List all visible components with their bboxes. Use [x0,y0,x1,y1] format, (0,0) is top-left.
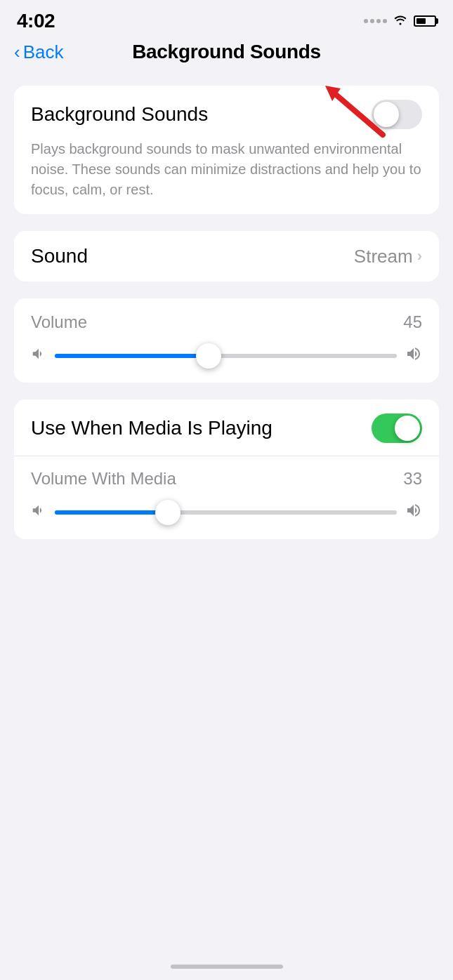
back-label: Back [23,41,64,63]
volume-slider-row [31,343,422,369]
home-indicator [171,965,283,969]
volume-label: Volume [31,312,87,332]
media-volume-value: 33 [403,469,422,489]
media-volume-low-icon [31,503,46,522]
volume-high-icon [405,345,422,366]
toggle-thumb [374,102,399,127]
status-time: 4:02 [17,10,55,32]
chevron-right-icon: › [417,247,422,265]
nav-title: Background Sounds [132,41,321,63]
battery-level [416,18,426,24]
nav-bar: ‹ Back Background Sounds [0,38,453,74]
media-toggle-label: Use When Media Is Playing [31,417,273,439]
volume-slider-track [55,354,397,358]
signal-dot-4 [383,19,387,23]
media-divider [14,456,439,456]
sound-label: Sound [31,245,88,267]
media-slider-fill [55,510,168,515]
media-slider-thumb [155,500,180,525]
battery-icon [414,15,436,27]
volume-card: Volume 45 [14,298,439,383]
background-sounds-row: Background Sounds [31,100,422,129]
media-playing-toggle[interactable] [372,413,422,443]
signal-dot-1 [364,19,368,23]
sound-card[interactable]: Sound Stream › [14,231,439,282]
volume-slider[interactable] [55,343,397,369]
media-volume-header: Volume With Media 33 [31,469,422,489]
media-volume-slider-row [31,500,422,525]
media-volume-high-icon [405,502,422,523]
signal-dots [364,19,387,23]
signal-dot-3 [376,19,381,23]
wifi-icon [393,14,408,28]
media-card: Use When Media Is Playing Volume With Me… [14,399,439,539]
volume-slider-fill [55,354,209,358]
svg-marker-0 [325,86,341,101]
background-sounds-description: Plays background sounds to mask unwanted… [31,139,422,200]
content: Background Sounds Plays background sound… [0,74,453,550]
sound-value-text: Stream [354,246,413,267]
volume-header: Volume 45 [31,312,422,332]
sound-value: Stream › [354,246,422,267]
background-sounds-card: Background Sounds Plays background sound… [14,86,439,214]
media-volume-label: Volume With Media [31,469,176,489]
signal-dot-2 [370,19,374,23]
status-bar: 4:02 [0,0,453,38]
volume-low-icon [31,346,46,366]
media-toggle-thumb [395,416,420,441]
media-toggle-row: Use When Media Is Playing [31,413,422,456]
media-slider-track [55,510,397,515]
back-button[interactable]: ‹ Back [14,41,63,63]
status-icons [364,14,436,28]
background-sounds-title: Background Sounds [31,103,208,126]
media-volume-slider[interactable] [55,500,397,525]
background-sounds-toggle[interactable] [372,100,422,129]
volume-slider-thumb [196,343,221,369]
back-chevron-icon: ‹ [14,41,20,63]
volume-value: 45 [403,312,422,332]
